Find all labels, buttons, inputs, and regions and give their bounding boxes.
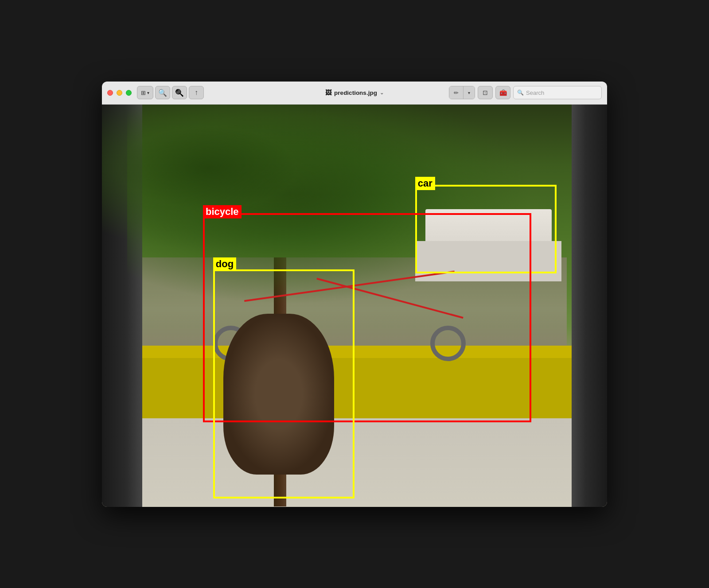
file-icon: 🖼 <box>325 89 331 96</box>
toolbar-left: ⊞ ▾ 🔍 🔍 ↑ <box>137 86 204 99</box>
detection-label-dog: dog <box>213 257 236 271</box>
detection-label-car: car <box>415 177 435 190</box>
zoom-out-button[interactable]: 🔍 <box>155 86 170 99</box>
toolbar-right: ✏ ▾ ⊡ 🧰 🔍 Search <box>449 86 602 99</box>
window-title: predictions.jpg <box>334 90 377 96</box>
close-button[interactable] <box>107 90 113 96</box>
copy-button[interactable]: ⊡ <box>478 86 493 99</box>
minimize-button[interactable] <box>117 90 122 96</box>
titlebar: ⊞ ▾ 🔍 🔍 ↑ 🖼 predictions.jpg ⌄ ✏ <box>102 82 607 105</box>
search-box[interactable]: 🔍 Search <box>513 86 602 99</box>
search-icon: 🔍 <box>517 90 524 96</box>
window-title-area: 🖼 predictions.jpg ⌄ <box>325 89 384 96</box>
car-base <box>415 241 562 281</box>
app-window: ⊞ ▾ 🔍 🔍 ↑ 🖼 predictions.jpg ⌄ ✏ <box>102 82 607 507</box>
sidebar-toggle-icon: ⊞ <box>141 90 146 96</box>
tree-foliage-2 <box>102 105 456 286</box>
yellow-wall-top <box>142 346 572 358</box>
toolbox-button[interactable]: 🧰 <box>495 86 510 99</box>
toolbox-icon: 🧰 <box>499 89 507 96</box>
markup-button[interactable]: ✏ <box>449 86 464 99</box>
dog-body <box>223 314 335 475</box>
porch-floor <box>142 418 572 507</box>
sidebar-toggle-chevron: ▾ <box>147 90 149 95</box>
copy-icon: ⊡ <box>483 89 488 96</box>
markup-group: ✏ ▾ <box>449 86 475 99</box>
sidebar-toggle-button[interactable]: ⊞ ▾ <box>137 86 153 99</box>
markup-chevron-icon: ▾ <box>468 90 470 95</box>
maximize-button[interactable] <box>126 90 132 96</box>
share-button[interactable]: ↑ <box>189 86 204 99</box>
search-placeholder: Search <box>526 90 544 96</box>
zoom-out-icon: 🔍 <box>158 89 167 97</box>
markup-chevron-button[interactable]: ▾ <box>464 86 475 99</box>
title-chevron-icon: ⌄ <box>380 90 384 96</box>
markup-pencil-icon: ✏ <box>454 90 459 96</box>
share-icon: ↑ <box>195 89 198 97</box>
yellow-wall <box>142 350 572 418</box>
content-area: car bicycle dog <box>102 105 607 507</box>
zoom-in-icon: 🔍 <box>175 89 184 97</box>
traffic-lights <box>107 90 132 96</box>
detection-label-bicycle: bicycle <box>203 205 242 218</box>
right-porch-column <box>572 105 607 507</box>
zoom-in-button[interactable]: 🔍 <box>172 86 187 99</box>
bike-wheel-rear <box>430 326 466 361</box>
image-scene: car bicycle dog <box>102 105 607 507</box>
